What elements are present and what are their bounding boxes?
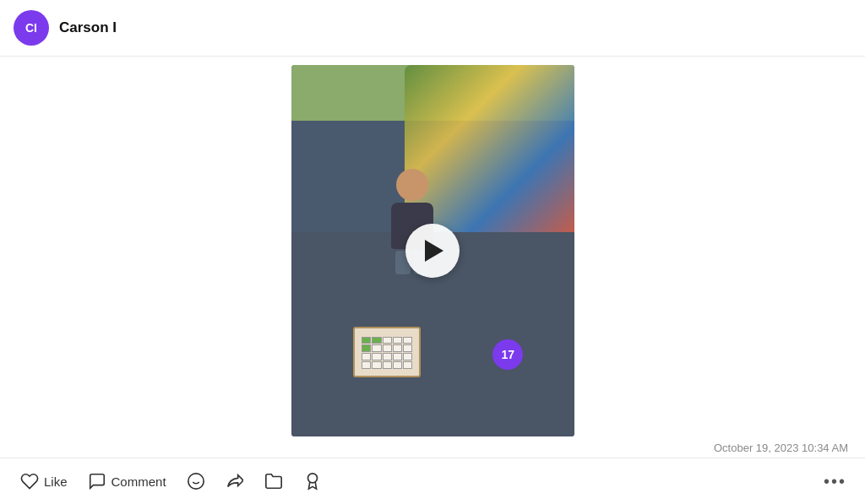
video-thumbnail[interactable]: 17 [291, 65, 574, 436]
heart-icon [20, 472, 39, 490]
like-button[interactable]: Like [12, 467, 76, 496]
award-icon [303, 472, 322, 490]
award-button[interactable] [295, 467, 330, 496]
child-head [396, 169, 428, 201]
actions-bar: Like Comment [0, 458, 865, 504]
play-button[interactable] [405, 224, 460, 278]
portfolio-button[interactable] [256, 467, 291, 496]
svg-point-3 [307, 474, 317, 483]
number-circle: 17 [492, 339, 523, 370]
like-label: Like [44, 474, 68, 489]
ellipsis-icon: ••• [824, 472, 846, 490]
comment-icon [88, 472, 106, 490]
avatar: CI [14, 10, 49, 46]
svg-point-0 [188, 474, 203, 489]
play-icon [425, 240, 443, 262]
comment-label: Comment [112, 474, 166, 489]
user-name: Carson I [59, 19, 117, 36]
share-icon [226, 472, 244, 490]
more-options-button[interactable]: ••• [817, 469, 853, 495]
share-button[interactable] [217, 467, 253, 496]
folder-icon [264, 472, 283, 490]
post-header: CI Carson I [0, 0, 865, 57]
comment-button[interactable]: Comment [79, 467, 175, 496]
timestamp: October 19, 2023 10:34 AM [0, 436, 865, 458]
reaction-button[interactable] [178, 467, 214, 496]
reaction-icon [187, 472, 205, 490]
clipboard [353, 327, 421, 377]
post-content: 17 October 19, 2023 10:34 AM [0, 57, 865, 458]
clipboard-grid [362, 337, 412, 369]
post-card: CI Carson I [0, 0, 865, 504]
